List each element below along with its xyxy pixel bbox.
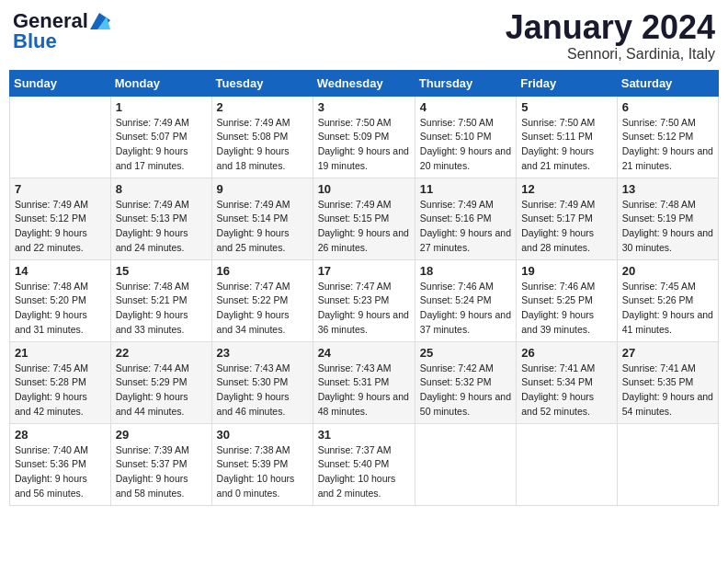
- calendar-cell: 14Sunrise: 7:48 AMSunset: 5:20 PMDayligh…: [10, 259, 111, 341]
- calendar-cell: 8Sunrise: 7:49 AMSunset: 5:13 PMDaylight…: [110, 178, 211, 259]
- header-saturday: Saturday: [617, 70, 718, 96]
- calendar-week-row: 7Sunrise: 7:49 AMSunset: 5:12 PMDaylight…: [10, 178, 719, 259]
- day-number: 3: [318, 100, 410, 114]
- page-header: General Blue January 2024 Sennori, Sardi…: [9, 9, 719, 63]
- day-number: 21: [15, 346, 106, 360]
- day-detail: Sunrise: 7:43 AMSunset: 5:30 PMDaylight:…: [217, 362, 308, 419]
- calendar-cell: 18Sunrise: 7:46 AMSunset: 5:24 PMDayligh…: [415, 259, 516, 341]
- day-number: 11: [420, 182, 511, 196]
- day-detail: Sunrise: 7:46 AMSunset: 5:25 PMDaylight:…: [521, 280, 612, 338]
- day-detail: Sunrise: 7:47 AMSunset: 5:22 PMDaylight:…: [217, 280, 308, 338]
- calendar-cell: 25Sunrise: 7:42 AMSunset: 5:32 PMDayligh…: [415, 341, 516, 423]
- calendar-cell: 4Sunrise: 7:50 AMSunset: 5:10 PMDaylight…: [415, 96, 516, 178]
- calendar-week-row: 28Sunrise: 7:40 AMSunset: 5:36 PMDayligh…: [10, 423, 719, 505]
- day-detail: Sunrise: 7:45 AMSunset: 5:26 PMDaylight:…: [622, 280, 713, 338]
- calendar-cell: 24Sunrise: 7:43 AMSunset: 5:31 PMDayligh…: [313, 341, 415, 423]
- day-number: 28: [15, 428, 106, 442]
- day-number: 26: [521, 346, 612, 360]
- logo-icon: [90, 13, 110, 29]
- calendar-cell: 20Sunrise: 7:45 AMSunset: 5:26 PMDayligh…: [617, 259, 718, 341]
- calendar-week-row: 14Sunrise: 7:48 AMSunset: 5:20 PMDayligh…: [10, 259, 719, 341]
- day-number: 30: [217, 428, 308, 442]
- calendar-cell: 29Sunrise: 7:39 AMSunset: 5:37 PMDayligh…: [110, 423, 211, 505]
- header-monday: Monday: [110, 70, 211, 96]
- day-number: 22: [116, 346, 207, 360]
- calendar-cell: 10Sunrise: 7:49 AMSunset: 5:15 PMDayligh…: [313, 178, 415, 259]
- calendar-week-row: 1Sunrise: 7:49 AMSunset: 5:07 PMDaylight…: [10, 96, 719, 178]
- calendar-cell: 12Sunrise: 7:49 AMSunset: 5:17 PMDayligh…: [517, 178, 618, 259]
- day-detail: Sunrise: 7:49 AMSunset: 5:12 PMDaylight:…: [15, 198, 106, 256]
- day-number: 16: [217, 264, 308, 278]
- day-number: 27: [622, 346, 713, 360]
- day-number: 25: [420, 346, 511, 360]
- calendar-cell: 19Sunrise: 7:46 AMSunset: 5:25 PMDayligh…: [517, 259, 618, 341]
- day-number: 2: [217, 100, 308, 114]
- day-detail: Sunrise: 7:48 AMSunset: 5:19 PMDaylight:…: [622, 198, 713, 256]
- calendar-cell: 5Sunrise: 7:50 AMSunset: 5:11 PMDaylight…: [517, 96, 618, 178]
- day-number: 1: [116, 100, 207, 114]
- month-title: January 2024: [506, 9, 715, 46]
- day-number: 23: [217, 346, 308, 360]
- calendar-cell: 7Sunrise: 7:49 AMSunset: 5:12 PMDaylight…: [10, 178, 111, 259]
- calendar-cell: [415, 423, 516, 505]
- calendar-cell: 22Sunrise: 7:44 AMSunset: 5:29 PMDayligh…: [110, 341, 211, 423]
- calendar-cell: 28Sunrise: 7:40 AMSunset: 5:36 PMDayligh…: [10, 423, 111, 505]
- day-detail: Sunrise: 7:49 AMSunset: 5:08 PMDaylight:…: [217, 116, 308, 174]
- calendar-cell: 26Sunrise: 7:41 AMSunset: 5:34 PMDayligh…: [517, 341, 618, 423]
- day-detail: Sunrise: 7:50 AMSunset: 5:12 PMDaylight:…: [622, 116, 713, 174]
- calendar-cell: 1Sunrise: 7:49 AMSunset: 5:07 PMDaylight…: [110, 96, 211, 178]
- day-detail: Sunrise: 7:39 AMSunset: 5:37 PMDaylight:…: [116, 443, 207, 501]
- day-detail: Sunrise: 7:50 AMSunset: 5:09 PMDaylight:…: [318, 116, 410, 174]
- calendar-cell: [10, 96, 111, 178]
- day-detail: Sunrise: 7:44 AMSunset: 5:29 PMDaylight:…: [116, 362, 207, 419]
- logo: General Blue: [13, 9, 110, 53]
- day-detail: Sunrise: 7:49 AMSunset: 5:17 PMDaylight:…: [521, 198, 612, 256]
- day-detail: Sunrise: 7:42 AMSunset: 5:32 PMDaylight:…: [420, 362, 511, 419]
- day-detail: Sunrise: 7:41 AMSunset: 5:35 PMDaylight:…: [622, 362, 713, 419]
- day-detail: Sunrise: 7:50 AMSunset: 5:10 PMDaylight:…: [420, 116, 511, 174]
- day-number: 10: [318, 182, 410, 196]
- location-title: Sennori, Sardinia, Italy: [506, 46, 715, 63]
- day-detail: Sunrise: 7:49 AMSunset: 5:15 PMDaylight:…: [318, 198, 410, 256]
- day-number: 9: [217, 182, 308, 196]
- day-number: 4: [420, 100, 511, 114]
- header-wednesday: Wednesday: [313, 70, 415, 96]
- day-detail: Sunrise: 7:37 AMSunset: 5:40 PMDaylight:…: [318, 443, 410, 501]
- day-number: 6: [622, 100, 713, 114]
- day-number: 31: [318, 428, 410, 442]
- day-number: 12: [521, 182, 612, 196]
- day-number: 24: [318, 346, 410, 360]
- day-detail: Sunrise: 7:49 AMSunset: 5:14 PMDaylight:…: [217, 198, 308, 256]
- calendar-cell: 9Sunrise: 7:49 AMSunset: 5:14 PMDaylight…: [211, 178, 313, 259]
- day-number: 18: [420, 264, 511, 278]
- calendar-cell: 3Sunrise: 7:50 AMSunset: 5:09 PMDaylight…: [313, 96, 415, 178]
- day-detail: Sunrise: 7:49 AMSunset: 5:07 PMDaylight:…: [116, 116, 207, 174]
- day-detail: Sunrise: 7:45 AMSunset: 5:28 PMDaylight:…: [15, 362, 106, 419]
- day-detail: Sunrise: 7:49 AMSunset: 5:16 PMDaylight:…: [420, 198, 511, 256]
- calendar-header-row: SundayMondayTuesdayWednesdayThursdayFrid…: [10, 70, 719, 96]
- title-block: January 2024 Sennori, Sardinia, Italy: [506, 9, 715, 63]
- header-tuesday: Tuesday: [211, 70, 313, 96]
- calendar-cell: 21Sunrise: 7:45 AMSunset: 5:28 PMDayligh…: [10, 341, 111, 423]
- day-number: 17: [318, 264, 410, 278]
- day-number: 13: [622, 182, 713, 196]
- calendar-cell: 6Sunrise: 7:50 AMSunset: 5:12 PMDaylight…: [617, 96, 718, 178]
- logo-blue: Blue: [13, 29, 57, 53]
- calendar-cell: 11Sunrise: 7:49 AMSunset: 5:16 PMDayligh…: [415, 178, 516, 259]
- day-number: 20: [622, 264, 713, 278]
- day-number: 15: [116, 264, 207, 278]
- day-detail: Sunrise: 7:48 AMSunset: 5:21 PMDaylight:…: [116, 280, 207, 338]
- calendar-table: SundayMondayTuesdayWednesdayThursdayFrid…: [9, 70, 719, 506]
- day-number: 29: [116, 428, 207, 442]
- day-number: 7: [15, 182, 106, 196]
- day-detail: Sunrise: 7:47 AMSunset: 5:23 PMDaylight:…: [318, 280, 410, 338]
- day-detail: Sunrise: 7:50 AMSunset: 5:11 PMDaylight:…: [521, 116, 612, 174]
- calendar-cell: [517, 423, 618, 505]
- day-number: 8: [116, 182, 207, 196]
- day-detail: Sunrise: 7:43 AMSunset: 5:31 PMDaylight:…: [318, 362, 410, 419]
- calendar-cell: 17Sunrise: 7:47 AMSunset: 5:23 PMDayligh…: [313, 259, 415, 341]
- day-number: 14: [15, 264, 106, 278]
- day-detail: Sunrise: 7:49 AMSunset: 5:13 PMDaylight:…: [116, 198, 207, 256]
- calendar-cell: 30Sunrise: 7:38 AMSunset: 5:39 PMDayligh…: [211, 423, 313, 505]
- header-friday: Friday: [517, 70, 618, 96]
